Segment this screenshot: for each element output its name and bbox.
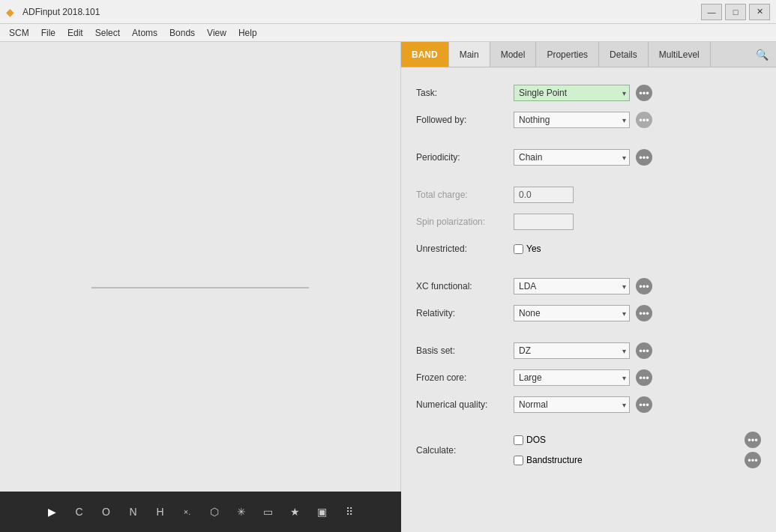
tool-dots[interactable]: ⠿ [338, 501, 361, 523]
frozen-core-more-button[interactable]: ••• [636, 369, 652, 386]
task-more-button[interactable]: ••• [636, 85, 652, 101]
numerical-quality-more-button[interactable]: ••• [636, 396, 652, 413]
total-charge-control [514, 187, 761, 203]
xc-functional-select[interactable]: LDA GGA Hybrid [514, 278, 630, 294]
close-button[interactable]: ✕ [749, 4, 770, 20]
app-title: ADFinput 2018.101 [22, 7, 701, 17]
tool-x[interactable]: ×. [176, 501, 199, 523]
frozen-core-select[interactable]: Large Small None [514, 369, 630, 386]
unrestricted-yes-label: Yes [526, 244, 541, 254]
tool-h[interactable]: H [149, 501, 172, 523]
relativity-more-button[interactable]: ••• [636, 305, 652, 321]
followed-by-control: Nothing Frequencies Optimization ••• [514, 112, 761, 128]
menu-edit[interactable]: Edit [61, 26, 89, 40]
xc-functional-row: XC functional: LDA GGA Hybrid ••• [416, 276, 761, 297]
tool-box[interactable]: ▣ [311, 501, 334, 523]
tab-properties[interactable]: Properties [536, 42, 599, 67]
relativity-control: None Scalar Spin-Orbit ••• [514, 305, 761, 321]
frozen-core-control: Large Small None ••• [514, 369, 761, 386]
xc-functional-label: XC functional: [416, 281, 514, 291]
menu-scm[interactable]: SCM [3, 26, 35, 40]
tool-o[interactable]: O [95, 501, 118, 523]
tool-ring[interactable]: ⬡ [203, 501, 226, 523]
dos-label: DOS [526, 435, 546, 445]
tool-select[interactable]: ▶ [41, 501, 64, 523]
tool-fav[interactable]: ★ [284, 501, 307, 523]
canvas-divider [91, 287, 309, 288]
separator-3 [416, 265, 761, 276]
xc-functional-more-button[interactable]: ••• [636, 278, 652, 294]
app-icon: ◆ [6, 6, 18, 18]
search-icon[interactable]: 🔍 [748, 46, 776, 64]
bandstructure-label: Bandstructure [526, 455, 583, 465]
task-select-wrapper: Single Point Geometry Optimization Frequ… [514, 85, 630, 101]
tool-rect[interactable]: ▭ [257, 501, 280, 523]
spin-polarization-label: Spin polarization: [416, 217, 514, 227]
xc-functional-select-wrapper: LDA GGA Hybrid [514, 278, 630, 294]
dos-checkbox[interactable] [514, 435, 523, 445]
task-row: Task: Single Point Geometry Optimization… [416, 82, 761, 103]
relativity-select[interactable]: None Scalar Spin-Orbit [514, 305, 630, 321]
spin-polarization-control [514, 214, 761, 230]
followed-by-select[interactable]: Nothing Frequencies Optimization [514, 112, 630, 128]
menu-bonds[interactable]: Bonds [163, 26, 201, 40]
bandstructure-row: Bandstructure ••• [514, 452, 761, 468]
dos-more-button[interactable]: ••• [745, 432, 761, 448]
task-control: Single Point Geometry Optimization Frequ… [514, 85, 761, 101]
bandstructure-more-button[interactable]: ••• [745, 452, 761, 468]
tab-bar: BAND Main Model Properties Details Multi… [401, 42, 776, 67]
unrestricted-row: Unrestricted: Yes [416, 238, 761, 259]
form-area: Task: Single Point Geometry Optimization… [401, 67, 776, 532]
tab-multilevel[interactable]: MultiLevel [649, 42, 711, 67]
unrestricted-control: Yes [514, 244, 541, 254]
calculate-label: Calculate: [416, 445, 514, 456]
maximize-button[interactable]: □ [725, 4, 746, 20]
bandstructure-checkbox[interactable] [514, 456, 523, 465]
spin-polarization-input[interactable] [514, 214, 574, 230]
right-panel: BAND Main Model Properties Details Multi… [401, 42, 776, 532]
periodicity-more-button[interactable]: ••• [636, 149, 652, 166]
periodicity-row: Periodicity: Chain Slab Bulk 0D (Molecul… [416, 147, 761, 168]
tab-main[interactable]: Main [449, 42, 490, 67]
numerical-quality-select[interactable]: Normal Good Basic Very Good [514, 396, 630, 413]
tool-star[interactable]: ✳ [230, 501, 253, 523]
frozen-core-row: Frozen core: Large Small None ••• [416, 367, 761, 388]
basis-set-label: Basis set: [416, 345, 514, 356]
menu-atoms[interactable]: Atoms [126, 26, 163, 40]
tab-details[interactable]: Details [599, 42, 649, 67]
periodicity-control: Chain Slab Bulk 0D (Molecule) ••• [514, 149, 761, 166]
bottom-toolbar: ▶ C O N H ×. ⬡ ✳ ▭ ★ ▣ ⠿ [0, 492, 401, 532]
tab-model[interactable]: Model [490, 42, 537, 67]
total-charge-input[interactable] [514, 187, 574, 203]
menu-view[interactable]: View [201, 26, 232, 40]
unrestricted-checkbox[interactable] [514, 244, 523, 254]
canvas-panel: ▶ C O N H ×. ⬡ ✳ ▭ ★ ▣ ⠿ [0, 42, 401, 532]
window-controls: — □ ✕ [701, 4, 770, 20]
menu-bar: SCM File Edit Select Atoms Bonds View He… [0, 24, 776, 42]
menu-file[interactable]: File [35, 26, 61, 40]
menu-select[interactable]: Select [89, 26, 126, 40]
relativity-select-wrapper: None Scalar Spin-Orbit [514, 305, 630, 321]
basis-set-select[interactable]: DZ DZP TZP TZ2P [514, 342, 630, 359]
numerical-quality-label: Numerical quality: [416, 399, 514, 410]
unrestricted-label: Unrestricted: [416, 244, 514, 254]
menu-help[interactable]: Help [232, 26, 263, 40]
numerical-quality-row: Numerical quality: Normal Good Basic Ver… [416, 394, 761, 415]
periodicity-select-wrapper: Chain Slab Bulk 0D (Molecule) [514, 149, 630, 166]
numerical-quality-select-wrapper: Normal Good Basic Very Good [514, 396, 630, 413]
separator-2 [416, 174, 761, 184]
main-container: ▶ C O N H ×. ⬡ ✳ ▭ ★ ▣ ⠿ BAND Main Model… [0, 42, 776, 532]
tool-n[interactable]: N [122, 501, 145, 523]
followed-by-row: Followed by: Nothing Frequencies Optimiz… [416, 109, 761, 130]
basis-set-more-button[interactable]: ••• [636, 342, 652, 359]
separator-4 [416, 330, 761, 340]
minimize-button[interactable]: — [701, 4, 722, 20]
periodicity-select[interactable]: Chain Slab Bulk 0D (Molecule) [514, 149, 630, 166]
tab-band[interactable]: BAND [401, 42, 449, 67]
followed-by-more-button[interactable]: ••• [636, 112, 652, 128]
task-select[interactable]: Single Point Geometry Optimization Frequ… [514, 85, 630, 101]
basis-set-select-wrapper: DZ DZP TZP TZ2P [514, 342, 630, 359]
basis-set-control: DZ DZP TZP TZ2P ••• [514, 342, 761, 359]
dos-row: DOS ••• [514, 432, 761, 448]
tool-c[interactable]: C [68, 501, 91, 523]
